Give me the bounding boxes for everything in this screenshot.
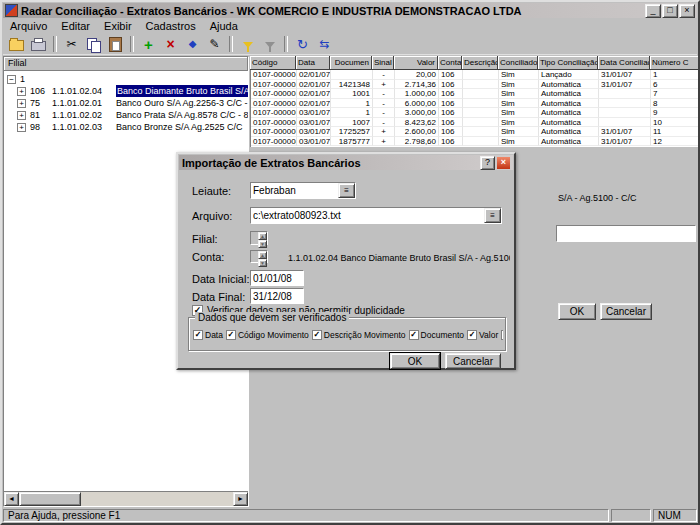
- form-cancel-button[interactable]: Cancelar: [600, 303, 652, 320]
- print-button[interactable]: [28, 35, 49, 54]
- data-final-input[interactable]: [251, 289, 303, 303]
- menu-item-arquivo[interactable]: Arquivo: [3, 19, 54, 33]
- tree-item[interactable]: +981.1.01.02.03Banco Bronze S/A Ag.2525 …: [4, 121, 248, 133]
- filter-button[interactable]: [237, 35, 258, 54]
- scroll-right-button[interactable]: ►: [233, 492, 248, 506]
- grid-column-header[interactable]: Tipo Conciliação: [538, 56, 598, 70]
- cut-button[interactable]: ✂: [61, 35, 82, 54]
- checkbox-icon: ✓: [467, 330, 477, 340]
- grid-row[interactable]: 0107-00000803/01/071875777+2.798,60106Si…: [251, 137, 698, 147]
- data-inicial-input[interactable]: [251, 271, 303, 285]
- grid-row[interactable]: 0107-00000703/01/071725257+2.600,00106Si…: [251, 127, 698, 137]
- detail-form-field[interactable]: [556, 225, 696, 242]
- grid-cell: 11: [651, 127, 698, 137]
- form-ok-button[interactable]: OK: [558, 303, 596, 320]
- tree-item[interactable]: +811.1.01.02.02Banco Prata S/A Ag.8578 C…: [4, 109, 248, 121]
- delete-record-button[interactable]: ×: [160, 35, 181, 54]
- checkbox-icon: ✓: [501, 330, 503, 340]
- scroll-left-button[interactable]: ◄: [4, 492, 19, 506]
- grid-row[interactable]: 0107-00000102/01/07-20,00106SimLançado31…: [251, 70, 698, 80]
- grid-cell: 0107-000004: [251, 99, 297, 109]
- expand-icon[interactable]: +: [17, 87, 26, 96]
- leiaute-input[interactable]: [251, 183, 338, 198]
- scrollbar-thumb[interactable]: [19, 492, 81, 506]
- grid-row[interactable]: 0107-00000202/01/071421348+2.714,36106Si…: [251, 80, 698, 90]
- grid-header-row: CódigoDataDocumenSinalValorContaDescriçã…: [250, 56, 698, 70]
- tree-item[interactable]: +751.1.01.02.01Banco Ouro S/A Ag.2256-3 …: [4, 97, 248, 109]
- maximize-button[interactable]: □: [662, 4, 678, 18]
- checkbox-valor[interactable]: ✓Valor: [467, 330, 498, 340]
- spin-up-icon[interactable]: ▲: [258, 232, 267, 240]
- checkbox-label: Documento: [421, 330, 464, 340]
- spin-down-icon[interactable]: ▼: [258, 240, 267, 248]
- spin-down-icon[interactable]: ▼: [258, 259, 267, 267]
- checkbox-sinal[interactable]: ✓Sinal: [501, 330, 503, 340]
- conta-spinner: ▲▼: [250, 250, 268, 263]
- close-button[interactable]: ×: [679, 4, 695, 18]
- grid-row[interactable]: 0107-00000302/01/071001-1.000,00106SimAu…: [251, 89, 698, 99]
- menu-item-editar[interactable]: Editar: [54, 19, 97, 33]
- dialog-ok-button[interactable]: OK: [390, 353, 440, 369]
- grid-cell: 0107-000005: [251, 108, 297, 118]
- filter-icon: [243, 42, 253, 48]
- expand-icon[interactable]: +: [17, 123, 26, 132]
- reconcile-icon: ⇆: [319, 38, 329, 50]
- add-record-button[interactable]: +: [138, 35, 159, 54]
- checkbox-label: Código Movimento: [238, 330, 309, 340]
- copy-button[interactable]: [83, 35, 104, 54]
- filter-off-button[interactable]: [259, 35, 280, 54]
- navigate-button[interactable]: ◆: [182, 35, 203, 54]
- grid-column-header[interactable]: Data Conciliaç: [598, 56, 650, 70]
- folder-icon: [9, 40, 24, 51]
- tree-root-label: 1: [20, 73, 25, 85]
- scrollbar-track[interactable]: [81, 492, 233, 506]
- grid-cell: 31/01/07: [599, 80, 651, 90]
- menu-item-exibir[interactable]: Exibir: [97, 19, 139, 33]
- spin-up-icon[interactable]: ▲: [258, 251, 267, 259]
- minimize-button[interactable]: _: [645, 4, 661, 18]
- checkbox-data[interactable]: ✓Data: [193, 330, 223, 340]
- dialog-cancel-button[interactable]: Cancelar: [445, 353, 501, 369]
- grid-row[interactable]: 0107-00000402/01/071-6.000,00106SimAutom…: [251, 99, 698, 109]
- grid-cell: Automática: [539, 137, 599, 147]
- grid-cell: -: [373, 70, 395, 80]
- arquivo-input[interactable]: [251, 208, 484, 223]
- grid-column-header[interactable]: Número C: [650, 56, 698, 70]
- arquivo-browse-button[interactable]: ≡: [484, 208, 501, 223]
- grid-column-header[interactable]: Data: [296, 56, 330, 70]
- grid-column-header[interactable]: Conciliado: [498, 56, 538, 70]
- tree-item[interactable]: +1061.1.01.02.04Banco Diamante Bruto Bra…: [4, 85, 248, 97]
- grid-cell: 1: [331, 99, 373, 109]
- leiaute-lookup-button[interactable]: ≡: [338, 183, 355, 198]
- grid-row[interactable]: 0107-00000603/01/071007-8.423,62106SimAu…: [251, 118, 698, 128]
- grid-column-header[interactable]: Documen: [330, 56, 372, 70]
- checkbox-código-movimento[interactable]: ✓Código Movimento: [226, 330, 309, 340]
- toolbar: ✂ + × ◆ ✎ ↻ ⇆: [3, 34, 697, 55]
- grid-column-header[interactable]: Descrição: [462, 56, 498, 70]
- dialog-help-button[interactable]: ?: [480, 156, 495, 170]
- checkbox-descrição-movimento[interactable]: ✓Descrição Movimento: [312, 330, 406, 340]
- menu-item-ajuda[interactable]: Ajuda: [203, 19, 245, 33]
- grid-column-header[interactable]: Código: [250, 56, 296, 70]
- menu-item-cadastros[interactable]: Cadastros: [139, 19, 203, 33]
- edit-record-button[interactable]: ✎: [204, 35, 225, 54]
- collapse-icon[interactable]: −: [7, 75, 16, 84]
- paste-button[interactable]: [105, 35, 126, 54]
- grid-column-header[interactable]: Conta: [438, 56, 462, 70]
- open-button[interactable]: [6, 35, 27, 54]
- import-statements-dialog: Importação de Extratos Bancários ? × Lei…: [176, 152, 516, 370]
- tree-horizontal-scrollbar[interactable]: ◄ ►: [4, 491, 248, 506]
- refresh-button[interactable]: ↻: [292, 35, 313, 54]
- grid-cell: [463, 118, 499, 128]
- list-icon: ≡: [344, 186, 349, 195]
- reconcile-button[interactable]: ⇆: [314, 35, 335, 54]
- grid-column-header[interactable]: Sinal: [372, 56, 394, 70]
- grid-cell: -: [373, 89, 395, 99]
- checkbox-documento[interactable]: ✓Documento: [409, 330, 464, 340]
- dialog-close-button[interactable]: ×: [497, 157, 510, 169]
- tree-root-row[interactable]: −1: [4, 73, 248, 85]
- grid-column-header[interactable]: Valor: [394, 56, 438, 70]
- grid-row[interactable]: 0107-00000503/01/071-3.000,00106SimAutom…: [251, 108, 698, 118]
- expand-icon[interactable]: +: [17, 99, 26, 108]
- expand-icon[interactable]: +: [17, 111, 26, 120]
